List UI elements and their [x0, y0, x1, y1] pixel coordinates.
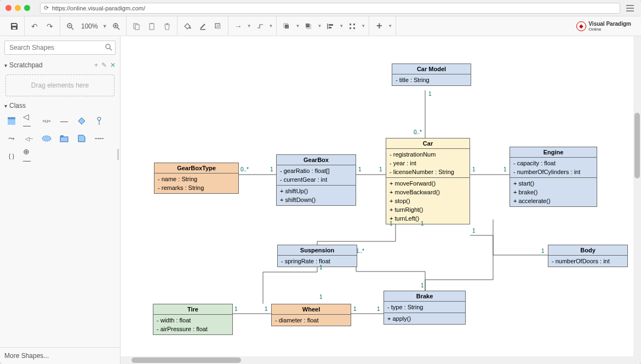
class-gearbox[interactable]: GearBox - gearRatio : float[] - currentG… [276, 154, 356, 206]
class-car[interactable]: Car - registrationNum - year : int - lic… [386, 138, 470, 224]
redo-icon[interactable]: ↷ [43, 20, 56, 33]
class-wheel[interactable]: Wheel - diameter : float [271, 304, 351, 326]
dropdown-icon[interactable]: ▼ [339, 24, 344, 28]
scratchpad-dropzone[interactable]: Drag elements here [5, 74, 115, 96]
shadow-icon[interactable] [211, 20, 225, 33]
sidebar-resize-handle[interactable] [117, 149, 119, 160]
zoom-in-icon[interactable] [110, 20, 123, 33]
chevron-down-icon: ▾ [4, 62, 7, 68]
connection-arrow-icon[interactable]: → [232, 20, 245, 33]
class-gearboxtype[interactable]: GearBoxType - name : String - remarks : … [154, 163, 239, 194]
app-window: ⟳ https://online.visual-paradigm.com/ ↶ … [0, 0, 641, 364]
horizontal-scrollbar[interactable] [121, 356, 633, 364]
paste-icon[interactable] [145, 20, 158, 33]
svg-rect-20 [329, 24, 333, 26]
package-icon[interactable] [58, 132, 70, 145]
hamburger-menu-icon[interactable] [625, 5, 636, 11]
association-icon[interactable]: — [58, 115, 70, 127]
usage-icon[interactable]: «u» [41, 115, 53, 127]
resize-handle[interactable] [633, 356, 641, 364]
titlebar: ⟳ https://online.visual-paradigm.com/ [0, 0, 641, 16]
scrollbar-thumb[interactable] [634, 113, 640, 178]
search-icon[interactable] [105, 43, 112, 53]
add-icon[interactable]: + [373, 20, 386, 33]
note-icon[interactable] [76, 132, 88, 145]
distribute-icon[interactable] [346, 20, 359, 33]
copy-icon[interactable] [130, 20, 143, 33]
svg-rect-9 [150, 24, 154, 30]
svg-line-4 [117, 27, 119, 30]
svg-rect-12 [200, 29, 205, 30]
dropdown-icon[interactable]: ▼ [247, 24, 251, 28]
waypoint-icon[interactable] [254, 20, 267, 33]
dropdown-icon[interactable]: ▼ [361, 24, 365, 28]
to-front-icon[interactable] [280, 20, 293, 33]
nary-icon[interactable] [76, 115, 88, 127]
zoom-level[interactable]: 100% [79, 22, 100, 30]
dropdown-icon[interactable]: ▼ [295, 24, 300, 28]
anchor-icon[interactable]: ╌╌ [93, 132, 105, 145]
realization-icon[interactable]: ◁╌ [23, 132, 35, 145]
svg-point-11 [189, 27, 191, 28]
fill-color-icon[interactable] [181, 20, 194, 33]
interface-icon[interactable] [93, 115, 105, 127]
url-text: https://online.visual-paradigm.com/ [52, 5, 145, 11]
svg-point-31 [98, 117, 101, 120]
chevron-down-icon: ▾ [4, 103, 7, 109]
generalization-icon[interactable]: ◁— [23, 115, 35, 127]
undo-icon[interactable]: ↶ [28, 20, 41, 33]
sidebar: ▾ Scratchpad + ✎ ✕ Drag elements here ▾ … [0, 36, 121, 364]
save-icon[interactable] [8, 20, 21, 33]
dependency-icon[interactable]: ⤳ [5, 132, 18, 145]
class-shape-icon[interactable] [5, 115, 18, 127]
canvas-wrap: Car Model - title : String 1 0..* GearBo… [121, 36, 641, 364]
edit-icon[interactable]: ✎ [101, 61, 107, 69]
logo-icon: ◆ [576, 21, 586, 31]
class-suspension[interactable]: Suspension - springRate : float [277, 245, 357, 267]
class-brake[interactable]: Brake - type : String + apply() [384, 291, 466, 325]
reload-icon[interactable]: ⟳ [44, 4, 49, 11]
to-back-icon[interactable] [302, 20, 315, 33]
svg-rect-30 [8, 122, 15, 125]
svg-rect-29 [8, 119, 15, 122]
class-body[interactable]: Body - numberOfDoors : int [548, 245, 628, 267]
scrollbar-thumb[interactable] [131, 357, 241, 363]
class-section-header[interactable]: ▾ Class [0, 100, 120, 112]
zoom-dropdown-icon[interactable]: ▼ [102, 24, 107, 29]
align-icon[interactable] [324, 20, 337, 33]
plus-icon[interactable]: + [94, 61, 98, 69]
url-bar[interactable]: ⟳ https://online.visual-paradigm.com/ [40, 3, 620, 14]
scratchpad-header[interactable]: ▾ Scratchpad + ✎ ✕ [0, 59, 120, 71]
search-input[interactable] [4, 41, 116, 55]
svg-rect-25 [353, 27, 355, 29]
dropdown-icon[interactable]: ▼ [269, 24, 273, 28]
main-area: ▾ Scratchpad + ✎ ✕ Drag elements here ▾ … [0, 36, 641, 364]
class-carmodel[interactable]: Car Model - title : String [392, 63, 471, 86]
containment-icon[interactable]: ⊕— [23, 150, 35, 162]
line-color-icon[interactable] [196, 20, 209, 33]
dropdown-icon[interactable]: ▼ [317, 24, 322, 28]
traffic-lights [5, 5, 30, 11]
svg-rect-23 [353, 24, 355, 25]
minimize-window-button[interactable] [15, 5, 21, 11]
class-engine[interactable]: Engine - capacity : float - numberOfCyli… [510, 147, 597, 207]
diagram-canvas[interactable]: Car Model - title : String 1 0..* GearBo… [121, 36, 641, 364]
constraint-icon[interactable]: { } [5, 150, 18, 162]
vertical-scrollbar[interactable] [633, 36, 641, 356]
zoom-out-icon[interactable] [64, 20, 77, 33]
svg-line-27 [110, 48, 112, 50]
close-window-button[interactable] [5, 5, 12, 11]
collaboration-icon[interactable] [41, 132, 53, 145]
class-tire[interactable]: Tire - width : float - airPressure : flo… [153, 304, 233, 335]
svg-line-1 [71, 27, 73, 30]
svg-rect-8 [135, 25, 139, 30]
svg-rect-35 [60, 137, 68, 142]
close-icon[interactable]: ✕ [110, 61, 116, 69]
svg-point-33 [42, 136, 51, 141]
toolbar: ↶ ↷ 100% ▼ [0, 16, 641, 36]
maximize-window-button[interactable] [24, 5, 30, 11]
dropdown-icon[interactable]: ▼ [388, 24, 392, 28]
svg-rect-14 [216, 25, 221, 29]
delete-icon[interactable] [161, 20, 174, 33]
more-shapes-link[interactable]: More Shapes... [0, 347, 120, 364]
